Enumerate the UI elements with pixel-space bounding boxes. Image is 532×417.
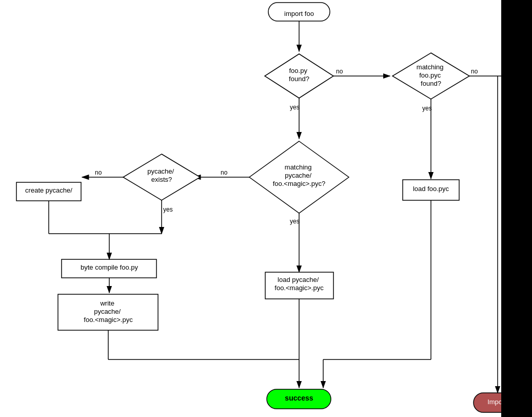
decision3-node: matching pycache/ foo.<magic>.pyc? — [249, 141, 349, 213]
black-panel — [501, 0, 532, 417]
svg-text:matching
        foo.pyc
     : matching foo.pyc found? — [417, 63, 445, 87]
label-d3-no: no — [221, 169, 228, 176]
svg-text:success: success — [285, 394, 313, 402]
label-d1-yes: yes — [290, 104, 300, 111]
label-d2-no: no — [471, 68, 478, 75]
load-pycache-node: load pycache/ foo.<magic>.pyc — [265, 272, 333, 299]
label-d3-yes: yes — [290, 218, 300, 225]
label-d1-no: no — [336, 68, 343, 75]
label-d2-yes: yes — [422, 105, 432, 112]
success-node: success — [267, 389, 331, 409]
svg-text:import foo: import foo — [284, 10, 314, 17]
svg-text:pycache/
        exists?: pycache/ exists? — [147, 167, 176, 183]
diagram-container: import foo foo.py found? yes no matching… — [0, 0, 532, 417]
svg-text:foo.py
        found?: foo.py found? — [289, 67, 309, 83]
label-d4-yes: yes — [163, 206, 173, 213]
write-pycache-node: write pycache/ foo.<magic>.pyc — [58, 294, 158, 330]
svg-text:load pycache/
        foo.<mag: load pycache/ foo.<magic>.pyc — [274, 276, 324, 292]
load-foopyc-node: load foo.pyc — [403, 180, 459, 200]
decision1-node: foo.py found? — [265, 54, 333, 98]
svg-text:load foo.pyc: load foo.pyc — [413, 185, 449, 193]
label-d4-no: no — [95, 169, 102, 176]
flowchart: import foo foo.py found? yes no matching… — [0, 0, 532, 417]
start-node: import foo — [268, 3, 330, 21]
svg-text:create pycache/: create pycache/ — [25, 186, 72, 194]
create-pycache-node: create pycache/ — [16, 182, 81, 201]
byte-compile-node: byte compile foo.py — [62, 259, 156, 278]
decision4-node: pycache/ exists? — [123, 154, 200, 200]
decision2-node: matching foo.pyc found? — [392, 53, 469, 99]
svg-text:byte compile foo.py: byte compile foo.py — [81, 263, 139, 271]
